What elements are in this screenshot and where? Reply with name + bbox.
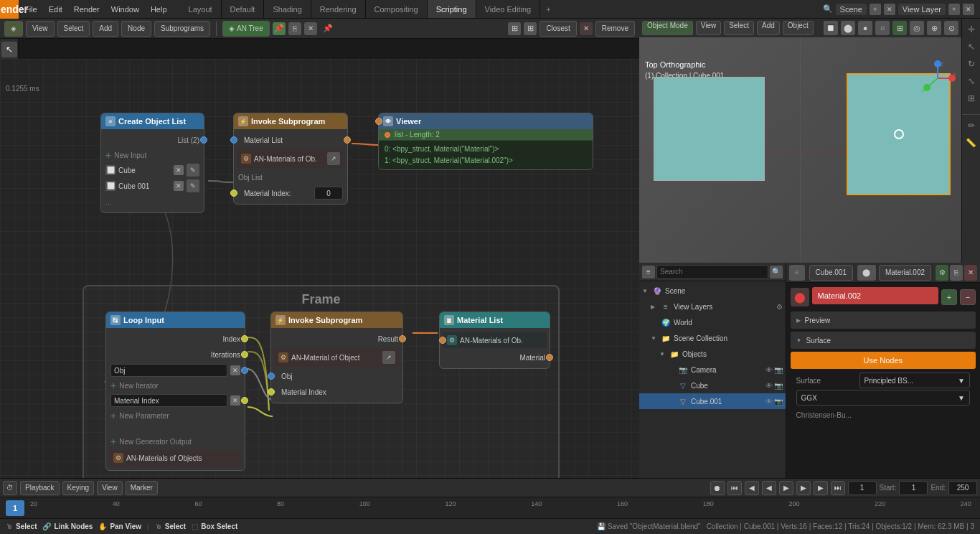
scene-close-icon[interactable]: ✕ (884, 4, 895, 15)
marker-button[interactable]: Marker (126, 481, 158, 495)
tab-rendering[interactable]: Rendering (311, 0, 366, 18)
select-tool-icon[interactable]: ↖ (1, 42, 17, 57)
tab-layout[interactable]: Layout (180, 0, 222, 18)
jump-start-button[interactable]: ⏮ (727, 481, 742, 495)
viewport-tool-scale[interactable]: ⤡ (963, 73, 979, 89)
tab-scripting[interactable]: Scripting (428, 0, 476, 18)
remove-cube001-button[interactable]: ✕ (174, 181, 184, 191)
cube001-hide-icon[interactable]: 👁 (765, 398, 773, 406)
material-index-param-input[interactable] (110, 394, 227, 407)
timeline-ruler[interactable]: 1 20 40 60 80 100 120 140 160 180 200 (0, 497, 980, 518)
outliner-item-scene[interactable]: ▼ 🔮 Scene (639, 283, 786, 299)
next-keyframe-button[interactable]: ▶ (796, 481, 811, 495)
output-socket-list[interactable] (200, 136, 207, 144)
material-remove-button[interactable]: − (960, 289, 976, 305)
viewport-tool-transform[interactable]: ⊞ (963, 90, 979, 106)
end-frame-display[interactable]: 250 (948, 481, 977, 495)
camera-render-icon[interactable]: 📷 (774, 366, 783, 374)
preview-section-header[interactable]: ▶ Preview (791, 312, 976, 329)
remove-mat-index-button[interactable]: ✕ (230, 395, 240, 406)
outliner-item-cube[interactable]: ▽ Cube 👁 📷 (639, 378, 786, 393)
tab-compositing[interactable]: Compositing (366, 0, 428, 18)
scene-selector[interactable]: Scene (836, 4, 867, 15)
viewport-xray-icon[interactable]: ◎ (910, 21, 924, 35)
view-layer-close-icon[interactable]: ✕ (963, 4, 974, 15)
node-menu[interactable]: Node (121, 21, 151, 37)
cube-render-icon[interactable]: 📷 (774, 382, 783, 390)
viewport-tool-annotate[interactable]: ✏ (963, 118, 979, 134)
output-obj-socket[interactable] (241, 367, 248, 374)
timeline-type-icon[interactable]: ⏱ (3, 481, 17, 495)
viewport-view-menu[interactable]: View (696, 21, 722, 35)
subprogram-1-goto-icon[interactable]: ↗ (327, 152, 340, 165)
copy-tree-button[interactable]: ⎘ (288, 22, 301, 35)
objects-expand-icon[interactable]: ▼ (659, 351, 666, 357)
obj-iterator-input[interactable] (110, 364, 227, 377)
input-socket-list[interactable] (230, 136, 237, 144)
input-socket-mat-index[interactable] (230, 189, 237, 197)
keying-button[interactable]: Keying (62, 481, 95, 495)
material-copy-icon[interactable]: ⎘ (950, 265, 963, 281)
outliner-type-icon[interactable]: ≡ (642, 266, 655, 278)
viewport-add-menu[interactable]: Add (757, 21, 780, 35)
surface-type-dropdown[interactable]: Principled BS... ▼ (859, 373, 970, 388)
outliner-item-world[interactable]: 🌍 World (639, 314, 786, 330)
remove-obj-iterator-button[interactable]: ✕ (230, 365, 240, 375)
view-button[interactable]: View (97, 481, 123, 495)
scene-add-icon[interactable]: + (870, 4, 881, 15)
props-type-icon[interactable]: ≡ (789, 265, 805, 281)
tree-selector[interactable]: ◈ AN Tree (222, 21, 270, 37)
viewport-render-icon[interactable]: 🔲 (824, 21, 838, 35)
output-socket-material[interactable] (344, 136, 351, 144)
viewport-tool-move[interactable]: ↖ (963, 39, 979, 55)
cube001-render-icon[interactable]: 📷 (774, 398, 783, 406)
snap-type-button[interactable]: ⊞ (524, 22, 537, 35)
cube001-edit-icon[interactable]: ✎ (187, 179, 199, 192)
remove-cube-button[interactable]: ✕ (174, 165, 184, 175)
output-index-socket[interactable] (241, 335, 248, 342)
add-iterator-row[interactable]: + New Iterator (106, 378, 245, 393)
viewport-material-icon[interactable]: ● (858, 21, 872, 35)
add-generator-row[interactable]: + New Generator Output (106, 434, 245, 449)
add-input-row[interactable]: + New Input (101, 148, 204, 162)
material-name-field[interactable]: Material.002 (812, 287, 938, 304)
menu-window[interactable]: Window (105, 0, 145, 18)
outliner-filter-icon[interactable]: 🔍 (770, 266, 783, 278)
remove-snap-icon[interactable]: ✕ (580, 22, 593, 35)
viewport-tool-cursor[interactable]: ✛ (963, 22, 979, 37)
snap-button[interactable]: ⊞ (508, 22, 521, 35)
view-menu[interactable]: View (26, 21, 55, 37)
viewport-select-menu[interactable]: Select (724, 21, 754, 35)
viewport-overlay-icon[interactable]: ⊞ (892, 21, 907, 35)
record-button[interactable]: ⏺ (710, 481, 725, 495)
distribution-dropdown[interactable]: GGX ▼ (796, 390, 970, 406)
playback-button[interactable]: Playback (20, 481, 60, 495)
cube-edit-icon[interactable]: ✎ (187, 164, 199, 177)
menu-edit[interactable]: Edit (43, 0, 68, 18)
viewer-input-socket[interactable] (375, 118, 382, 125)
viewport-proportional-icon[interactable]: ⊙ (944, 21, 958, 35)
output-mat-index-socket[interactable] (241, 397, 248, 404)
start-frame-display[interactable]: 1 (899, 481, 928, 495)
material-tab-icon[interactable]: ⬤ (857, 265, 876, 281)
scene-collection-expand-icon[interactable]: ▼ (651, 335, 658, 342)
camera-hide-icon[interactable]: 👁 (765, 366, 773, 374)
node-canvas[interactable]: 0.1255 ms (0, 59, 639, 478)
viewport-solid-icon[interactable]: ⬤ (841, 21, 855, 35)
menu-file[interactable]: File (19, 0, 43, 18)
viewport-snap-icon[interactable]: ⊕ (927, 21, 941, 35)
outliner-item-cube001[interactable]: ▽ Cube.001 👁 📷 (639, 393, 786, 409)
scene-expand-icon[interactable]: ▼ (642, 288, 649, 294)
editor-type-button[interactable]: ◈ (4, 21, 23, 37)
viewport-object-menu[interactable]: Object (783, 21, 814, 35)
output-iterations-socket[interactable] (241, 351, 248, 358)
view-layer-selector[interactable]: View Layer (898, 4, 946, 15)
remove-button[interactable]: Remove (595, 21, 635, 37)
cube-hide-icon[interactable]: 👁 (765, 382, 773, 390)
input-obj-socket[interactable] (268, 373, 275, 380)
tab-video-editing[interactable]: Video Editing (476, 0, 541, 18)
closest-option[interactable]: Closest (540, 21, 576, 37)
material-index-value-input[interactable] (314, 187, 343, 200)
tab-shading[interactable]: Shading (264, 0, 311, 18)
object-data-tab[interactable]: Cube.001 (809, 265, 853, 281)
